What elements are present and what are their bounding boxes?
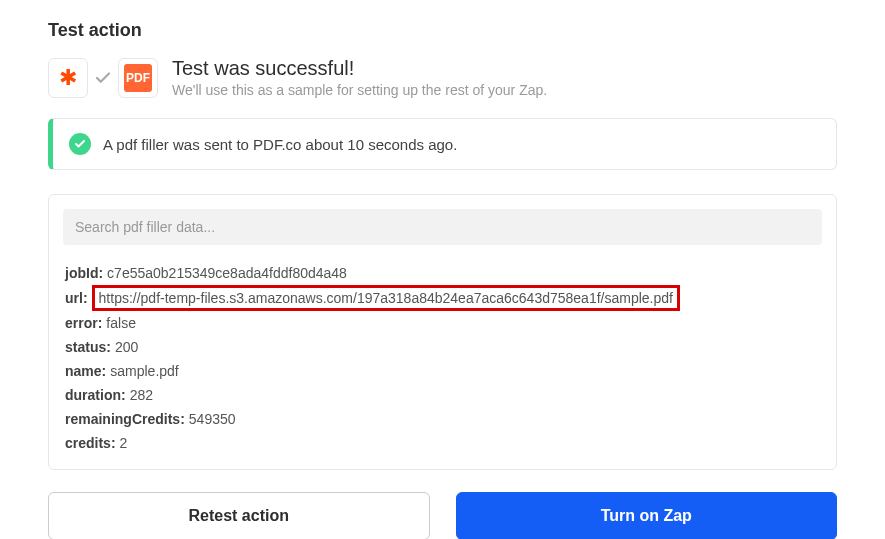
success-subtitle: We'll use this as a sample for setting u… <box>172 82 547 98</box>
button-row: Retest action Turn on Zap <box>48 492 837 539</box>
data-key: url <box>65 286 88 310</box>
data-key: credits <box>65 431 116 455</box>
data-section: jobId c7e55a0b215349ce8ada4fddf80d4a48 u… <box>48 194 837 470</box>
result-header: ✱ PDF Test was successful! We'll use thi… <box>48 57 837 98</box>
data-row-jobid: jobId c7e55a0b215349ce8ada4fddf80d4a48 <box>65 261 822 285</box>
pdfco-app-icon-box: PDF <box>118 58 158 98</box>
data-value: 282 <box>130 383 153 407</box>
data-row-name: name sample.pdf <box>65 359 822 383</box>
url-value-highlighted: https://pdf-temp-files.s3.amazonaws.com/… <box>92 285 680 311</box>
turn-on-zap-button[interactable]: Turn on Zap <box>456 492 838 539</box>
search-input[interactable] <box>63 209 822 245</box>
data-list: jobId c7e55a0b215349ce8ada4fddf80d4a48 u… <box>63 261 822 455</box>
data-value: c7e55a0b215349ce8ada4fddf80d4a48 <box>107 261 347 285</box>
data-value: 2 <box>120 431 128 455</box>
data-value: 200 <box>115 335 138 359</box>
data-value: false <box>106 311 136 335</box>
data-key: remainingCredits <box>65 407 185 431</box>
data-row-url: url https://pdf-temp-files.s3.amazonaws.… <box>65 285 822 311</box>
data-key: jobId <box>65 261 103 285</box>
success-title: Test was successful! <box>172 57 547 80</box>
success-check-icon <box>69 133 91 155</box>
data-row-remaining-credits: remainingCredits 549350 <box>65 407 822 431</box>
pdfco-icon: PDF <box>124 64 152 92</box>
status-message: A pdf filler was sent to PDF.co about 10… <box>103 136 457 153</box>
retest-button[interactable]: Retest action <box>48 492 430 539</box>
zapier-icon: ✱ <box>59 65 77 91</box>
data-row-credits: credits 2 <box>65 431 822 455</box>
data-key: name <box>65 359 106 383</box>
data-row-status: status 200 <box>65 335 822 359</box>
data-value: 549350 <box>189 407 236 431</box>
status-banner: A pdf filler was sent to PDF.co about 10… <box>48 118 837 170</box>
data-key: status <box>65 335 111 359</box>
page-title: Test action <box>48 20 837 41</box>
zapier-app-icon-box: ✱ <box>48 58 88 98</box>
data-row-error: error false <box>65 311 822 335</box>
data-key: error <box>65 311 102 335</box>
connector-arrow-icon <box>88 69 118 87</box>
data-value: sample.pdf <box>110 359 178 383</box>
data-row-duration: duration 282 <box>65 383 822 407</box>
data-key: duration <box>65 383 126 407</box>
